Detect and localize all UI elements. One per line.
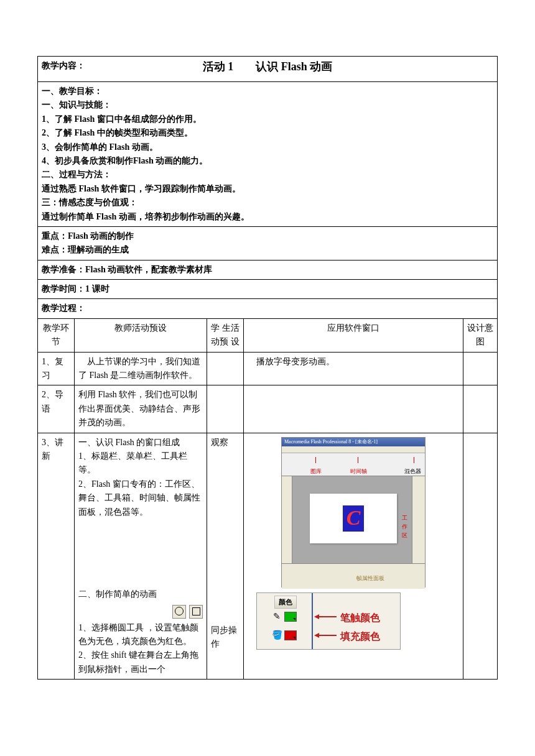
arrow-stroke — [318, 616, 337, 617]
intro-design — [463, 385, 498, 433]
intro-window — [244, 385, 463, 433]
student-observe: 观察 — [211, 436, 240, 449]
student-sync: 同步操作 — [211, 624, 240, 652]
label-properties: 帧属性面板 — [356, 574, 384, 583]
duration-cell: 教学时间：1 课时 — [38, 280, 498, 299]
label-stage: 工作区 — [402, 514, 412, 540]
intro-student — [207, 385, 244, 433]
objectives-cell: 一、教学目标： 一、知识与技能： 1、了解 Flash 窗口中各组成部分的作用。… — [38, 82, 498, 227]
label-fill-color: 填充颜色 — [340, 629, 380, 645]
process-heading: 二、过程与方法： — [42, 168, 493, 182]
row-review: 1、复习 从上节课的学习中，我们知道了 Flash 是二维动画制作软件。 播放字… — [38, 352, 498, 385]
fill-color-row: 🪣 — [272, 630, 297, 640]
intro-teacher: 利用 Flash 软件，我们也可以制作出界面优美、动静结合、声形并茂的动画。 — [75, 385, 207, 433]
teach-window: Macromedia Flash Professional 8 - [未命名-1… — [244, 433, 463, 679]
process-text: 通过熟悉 Flash 软件窗口，学习跟踪制作简单动画。 — [42, 182, 493, 196]
review-window: 播放字母变形动画。 — [244, 352, 463, 385]
review-design — [463, 352, 498, 385]
attitude-heading: 三：情感态度与价值观： — [42, 196, 493, 210]
teach-part2-2: 2、按住 shift 键在舞台左上角拖到鼠标指针，画出一个 — [78, 648, 203, 676]
process-cell: 教学过程： — [38, 299, 498, 318]
lesson-title: 活动 1 认识 Flash 动画 — [38, 58, 497, 76]
key-diff-cell: 重点：Flash 动画的制作 难点：理解动画的生成 — [38, 226, 498, 260]
bucket-icon: 🪣 — [272, 630, 282, 640]
teach-teacher: 一、认识 Flash 的窗口组成 1、标题栏、菜单栏、工具栏等。 2、Flash… — [75, 433, 207, 679]
label-stroke-color: 笔触颜色 — [340, 610, 380, 626]
review-step: 1、复习 — [38, 352, 75, 385]
teach-part1-2: 2、Flash 窗口专有的：工作区、舞台、工具箱、时间轴、帧属性面板，混色器等。 — [78, 477, 203, 519]
flash-body: 工具箱 C 工作区 — [282, 476, 425, 563]
lesson-plan-table: 教学内容： 活动 1 认识 Flash 动画 一、教学目标： 一、知识与技能： … — [37, 56, 498, 680]
stage-letter-c: C — [343, 505, 364, 532]
flash-timeline-area: 图库 时间轴 混色器 — [282, 453, 425, 476]
stroke-color-row: ✎ — [272, 612, 297, 622]
title-row: 教学内容： 活动 1 认识 Flash 动画 — [38, 57, 498, 82]
th-design: 设计意图 — [463, 318, 498, 352]
arrow-fill — [318, 635, 337, 636]
teach-design — [463, 433, 498, 679]
knowledge-heading: 一、知识与技能： — [42, 98, 493, 112]
teach-student: 观察 同步操作 — [207, 433, 244, 679]
difficult-point: 难点：理解动画的生成 — [42, 243, 493, 257]
flash-menubar — [282, 446, 425, 453]
teach-part1-1: 1、标题栏、菜单栏、工具栏等。 — [78, 449, 203, 477]
flash-titlebar: Macromedia Flash Professional 8 - [未命名-1… — [282, 438, 425, 446]
color-panel: 颜色 ✎ 🪣 笔触颜色 填充颜色 — [256, 592, 401, 650]
rect-tool-icon — [189, 605, 203, 619]
th-step: 教学环节 — [38, 318, 75, 352]
color-tab: 颜色 — [274, 596, 297, 609]
teach-part1-title: 一、认识 Flash 的窗口组成 — [78, 436, 203, 449]
th-window: 应用软件窗口 — [244, 318, 463, 352]
flash-properties-panel: 帧属性面板 — [282, 563, 425, 589]
teach-part2-title: 二、制作简单的动画 — [78, 588, 203, 601]
teach-step: 3、讲新 — [38, 433, 75, 679]
label-mixer: 混色器 — [404, 467, 421, 476]
th-student: 学 生活 动预 设 — [207, 318, 244, 352]
flash-stage-area: C 工作区 — [292, 476, 412, 563]
stroke-swatch-green — [284, 612, 297, 622]
shape-tool-icons — [171, 604, 203, 619]
key-point: 重点：Flash 动画的制作 — [42, 229, 493, 243]
flash-right-panels — [412, 476, 425, 563]
oval-tool-icon — [172, 605, 186, 619]
label-timeline: 时间轴 — [350, 467, 367, 476]
prepare-cell: 教学准备：Flash 动画软件，配套教学素材库 — [38, 260, 498, 279]
row-intro: 2、导语 利用 Flash 软件，我们也可以制作出界面优美、动静结合、声形并茂的… — [38, 385, 498, 433]
objectives-heading: 一、教学目标： — [42, 85, 493, 98]
pencil-icon: ✎ — [272, 612, 282, 622]
flash-stage: C — [310, 494, 397, 543]
flash-screenshot: Macromedia Flash Professional 8 - [未命名-1… — [281, 437, 426, 588]
fill-swatch-red — [284, 630, 297, 640]
attitude-text: 通过制作简单 Flash 动画，培养初步制作动画的兴趣。 — [42, 210, 493, 224]
obj-3: 3、会制作简单的 Flash 动画。 — [42, 141, 493, 154]
teach-part2-1: 1、选择椭圆工具 ，设置笔触颜色为无色，填充颜色为红色。 — [78, 621, 203, 649]
obj-1: 1、了解 Flash 窗口中各组成部分的作用。 — [42, 113, 493, 126]
flash-toolbox: 工具箱 — [282, 476, 292, 563]
review-teacher: 从上节课的学习中，我们知道了 Flash 是二维动画制作软件。 — [75, 352, 207, 385]
intro-step: 2、导语 — [38, 385, 75, 433]
obj-4: 4、初步具备欣赏和制作Flash 动画的能力。 — [42, 154, 493, 168]
th-teacher: 教师活动预设 — [75, 318, 207, 352]
label-library: 图库 — [310, 467, 322, 476]
row-teach: 3、讲新 一、认识 Flash 的窗口组成 1、标题栏、菜单栏、工具栏等。 2、… — [38, 433, 498, 679]
review-student — [207, 352, 244, 385]
obj-2: 2、了解 Flash 中的帧类型和动画类型。 — [42, 126, 493, 140]
